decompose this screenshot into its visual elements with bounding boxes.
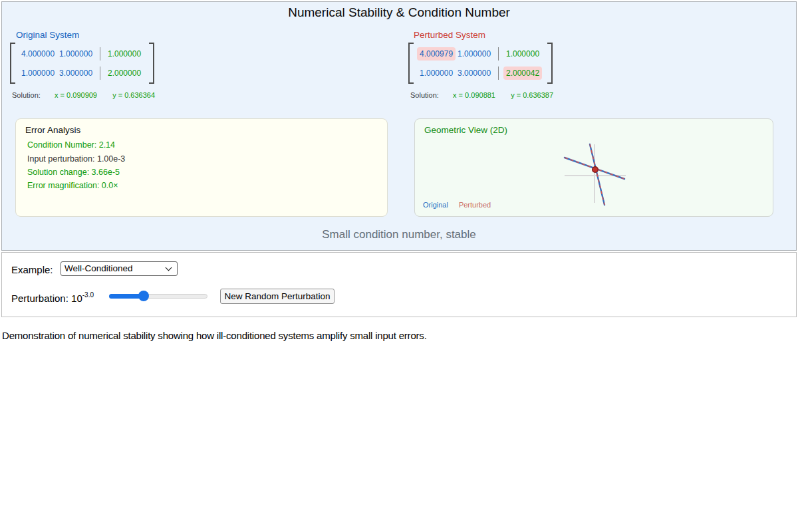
- perturbation-slider[interactable]: [109, 291, 207, 301]
- matrix-cell-a21: 1.000000: [21, 68, 59, 78]
- error-analysis-box: Error Analysis Condition Number: 2.14 In…: [15, 118, 388, 217]
- matrix-cell-a11-perturbed: 4.000979: [420, 49, 458, 59]
- matrix-cell-a22: 3.000000: [458, 68, 495, 78]
- solution-change-value: Solution change: 3.66e-5: [27, 168, 120, 177]
- original-matrix: 4.000000 1.000000 1.000000 1.000000 3.00…: [10, 43, 154, 84]
- perturbed-solution: Solution: x = 0.090881 y = 0.636387: [410, 91, 553, 99]
- right-bracket: [547, 43, 553, 84]
- solution-label: Solution:: [12, 91, 53, 99]
- solution-label: Solution:: [410, 91, 451, 99]
- controls-panel: Example: Well-Conditioned Perturbation: …: [1, 252, 797, 317]
- new-random-perturbation-button[interactable]: New Random Perturbation: [220, 289, 334, 304]
- page-description: Demonstration of numerical stability sho…: [2, 330, 427, 341]
- matrix-cell-a12: 1.000000: [59, 49, 97, 59]
- perturbed-system-heading: Perturbed System: [414, 30, 485, 40]
- solution-x-value: x = 0.090881: [453, 91, 509, 99]
- stability-status-text: Small condition number, stable: [2, 228, 796, 241]
- geometric-view-box: Geometric View (2D) Original Perturbed: [414, 118, 773, 217]
- page: Numerical Stability & Condition Number O…: [0, 0, 798, 532]
- input-perturbation-value: Input perturbation: 1.00e-3: [27, 154, 125, 164]
- perturbed-matrix: 4.000979 1.000000 1.000000 1.000000 3.00…: [408, 43, 553, 84]
- matrix-cell-b1: 1.000000: [100, 47, 145, 61]
- page-title: Numerical Stability & Condition Number: [2, 5, 796, 20]
- legend-perturbed-label: Perturbed: [459, 201, 491, 209]
- matrix-cell-b1: 1.000000: [498, 47, 543, 61]
- original-system-heading: Original System: [16, 30, 79, 40]
- matrix-cell-a11: 4.000000: [21, 49, 59, 59]
- slider-thumb[interactable]: [138, 291, 149, 301]
- simulation-panel: Numerical Stability & Condition Number O…: [1, 1, 797, 251]
- left-bracket: [408, 43, 414, 84]
- matrix-cell-b2-perturbed: 2.000042: [498, 66, 543, 80]
- perturbation-exponent: -3.0: [82, 291, 94, 299]
- geometric-view-heading: Geometric View (2D): [424, 125, 507, 135]
- legend-original-label: Original: [423, 201, 448, 209]
- left-bracket: [10, 43, 15, 84]
- matrix-cell-b2: 2.000000: [100, 66, 145, 80]
- example-label: Example:: [11, 264, 53, 275]
- perturbation-label: Perturbation: 10-3.0: [11, 292, 94, 304]
- solution-y-value: y = 0.636364: [112, 91, 155, 99]
- chevron-down-icon: [166, 265, 172, 271]
- solution-x-value: x = 0.090909: [55, 91, 110, 99]
- error-analysis-heading: Error Analysis: [25, 125, 80, 135]
- matrix-cell-a12: 1.000000: [458, 49, 495, 59]
- matrix-cell-a22: 3.000000: [59, 68, 97, 78]
- matrix-cell-a21: 1.000000: [420, 68, 458, 78]
- solution-y-value: y = 0.636387: [511, 91, 553, 99]
- original-solution: Solution: x = 0.090909 y = 0.636364: [12, 91, 155, 99]
- condition-number-value: Condition Number: 2.14: [27, 140, 115, 150]
- right-bracket: [149, 43, 154, 84]
- example-select[interactable]: Well-Conditioned: [61, 261, 178, 276]
- example-select-value: Well-Conditioned: [65, 262, 166, 275]
- plot-legend: Original Perturbed: [423, 201, 491, 209]
- error-magnification-value: Error magnification: 0.0×: [27, 181, 118, 190]
